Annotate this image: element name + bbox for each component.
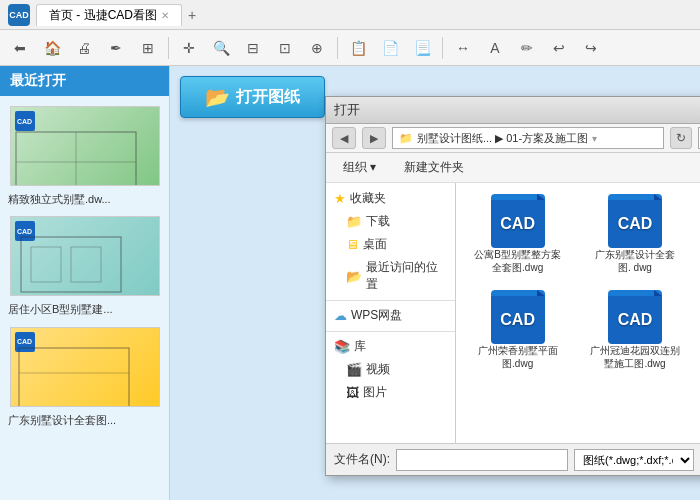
cad-text-0: CAD xyxy=(500,216,535,232)
tree-item-desktop[interactable]: 🖥 桌面 xyxy=(326,233,455,256)
tree-label-recent: 最近访问的位置 xyxy=(366,259,447,293)
file-item-5[interactable]: CAD 海昌花园别墅.dwg xyxy=(697,285,700,375)
file-label-3: 广州荣香别墅平面图.dwg xyxy=(473,344,563,370)
file-label-1: 广东别墅设计全套图. dwg xyxy=(590,248,680,274)
dialog-titlebar: 打开 ✕ xyxy=(326,97,700,124)
toolbar-move-btn[interactable]: ✛ xyxy=(175,34,203,62)
toolbar-fit-btn[interactable]: ⊡ xyxy=(271,34,299,62)
svg-rect-6 xyxy=(19,348,129,406)
toolbar-measure-btn[interactable]: ↔ xyxy=(449,34,477,62)
toolbar-redo-btn[interactable]: ↪ xyxy=(577,34,605,62)
toolbar-home-btn[interactable]: 🏠 xyxy=(38,34,66,62)
folder-icon-desktop: 🖥 xyxy=(346,237,359,252)
file-item-2[interactable]: CAD 广东珠海别墅主楼设计.dwg xyxy=(697,189,700,279)
tree-item-wps[interactable]: ☁ WPS网盘 xyxy=(326,300,455,327)
svg-rect-4 xyxy=(31,247,61,282)
dialog-organize-button[interactable]: 组织 ▾ xyxy=(332,156,387,179)
sidebar-label-2: 居住小区B型别墅建... xyxy=(6,300,163,318)
cad-text-4: CAD xyxy=(618,312,653,328)
toolbar-layer-btn[interactable]: 📋 xyxy=(344,34,372,62)
file-label-4: 广州冠迪花园双连别墅施工图.dwg xyxy=(590,344,680,370)
sidebar-item-2[interactable]: CAD 居住小区B型别墅建... xyxy=(0,212,169,322)
toolbar-sep3 xyxy=(442,37,443,59)
filename-label: 文件名(N): xyxy=(334,451,390,468)
dialog-back-button[interactable]: ◀ xyxy=(332,127,356,149)
tree-label-desktop: 桌面 xyxy=(363,236,387,253)
svg-rect-5 xyxy=(71,247,101,282)
title-bar: CAD 首页 - 迅捷CAD看图 ✕ + xyxy=(0,0,700,30)
filetype-select[interactable]: 图纸(*.dwg;*.dxf;*.d... xyxy=(574,449,694,471)
tree-item-pictures[interactable]: 🖼 图片 xyxy=(326,381,455,404)
toolbar-sep1 xyxy=(168,37,169,59)
thumb-drawing-2 xyxy=(11,217,159,295)
tree-label-downloads: 下载 xyxy=(366,213,390,230)
content-area: 📂 打开图纸 文件夹和分类 选择要预览的 打开 ✕ ◀ ▶ 📁 别墅 xyxy=(170,66,700,500)
thumb-1: CAD xyxy=(10,106,160,186)
tree-label-video: 视频 xyxy=(366,361,390,378)
dialog-footer: 文件名(N): 图纸(*.dwg;*.dxf;*.d... 打开 取消 xyxy=(326,443,700,475)
toolbar-grid-btn[interactable]: ⊞ xyxy=(134,34,162,62)
cad-icon-3: CAD xyxy=(491,290,545,344)
file-item-1[interactable]: CAD 广东别墅设计全套图. dwg xyxy=(579,189,690,279)
toolbar-edit-btn[interactable]: ✏ xyxy=(513,34,541,62)
folder-icon-pictures: 🖼 xyxy=(346,385,359,400)
path-part2: 01-方案及施工图 xyxy=(506,131,588,146)
thumb-drawing-3 xyxy=(11,328,159,406)
toolbar-undo-btn[interactable]: ↩ xyxy=(545,34,573,62)
toolbar-zoom-btn[interactable]: ⊕ xyxy=(303,34,331,62)
tree-item-favorites[interactable]: ★ 收藏夹 xyxy=(326,187,455,210)
tree-label-pictures: 图片 xyxy=(363,384,387,401)
tree-item-downloads[interactable]: 📁 下载 xyxy=(326,210,455,233)
dialog-path-box[interactable]: 📁 别墅设计图纸... ▶ 01-方案及施工图 ▾ xyxy=(392,127,664,149)
toolbar-zoom-in-btn[interactable]: 🔍 xyxy=(207,34,235,62)
path-part1: 别墅设计图纸... xyxy=(417,131,492,146)
app-tab[interactable]: 首页 - 迅捷CAD看图 ✕ xyxy=(36,4,182,26)
dialog-forward-button[interactable]: ▶ xyxy=(362,127,386,149)
dialog-nav-toolbar: ◀ ▶ 📁 别墅设计图纸... ▶ 01-方案及施工图 ▾ ↻ xyxy=(326,124,700,153)
tab-close-icon[interactable]: ✕ xyxy=(161,10,169,21)
tree-item-library[interactable]: 📚 库 xyxy=(326,331,455,358)
main-area: 最近打开 CAD 精致独立式别墅.dw... CAD xyxy=(0,66,700,500)
toolbar-print-btn[interactable]: 🖨 xyxy=(70,34,98,62)
toolbar-doc-btn[interactable]: 📃 xyxy=(408,34,436,62)
file-label-0: 公寓B型别墅整方案全套图.dwg xyxy=(473,248,563,274)
thumb-inner-2: CAD xyxy=(11,217,159,295)
toolbar-text-btn[interactable]: A xyxy=(481,34,509,62)
tab-label: 首页 - 迅捷CAD看图 xyxy=(49,7,157,24)
tree-item-recent[interactable]: 📂 最近访问的位置 xyxy=(326,256,455,296)
sidebar: 最近打开 CAD 精致独立式别墅.dw... CAD xyxy=(0,66,170,500)
sidebar-item-3[interactable]: CAD 广东别墅设计全套图... xyxy=(0,323,169,433)
tree-label-wps: WPS网盘 xyxy=(351,307,402,324)
cad-icon-0: CAD xyxy=(491,194,545,248)
folder-icon-recent: 📂 xyxy=(346,269,362,284)
open-btn-label: 打开图纸 xyxy=(236,87,300,108)
dialog-title: 打开 xyxy=(334,101,360,119)
toolbar-pen-btn[interactable]: ✒ xyxy=(102,34,130,62)
file-item-3[interactable]: CAD 广州荣香别墅平面图.dwg xyxy=(462,285,573,375)
cloud-icon: ☁ xyxy=(334,308,347,323)
sidebar-item-1[interactable]: CAD 精致独立式别墅.dw... xyxy=(0,102,169,212)
toolbar-zoom-out-btn[interactable]: ⊟ xyxy=(239,34,267,62)
dialog-refresh-button[interactable]: ↻ xyxy=(670,127,692,149)
toolbar-layer2-btn[interactable]: 📄 xyxy=(376,34,404,62)
cad-text-3: CAD xyxy=(500,312,535,328)
file-item-0[interactable]: CAD 公寓B型别墅整方案全套图.dwg xyxy=(462,189,573,279)
sidebar-header: 最近打开 xyxy=(0,66,169,96)
cad-icon-4: CAD xyxy=(608,290,662,344)
cad-text-1: CAD xyxy=(618,216,653,232)
tree-item-video[interactable]: 🎬 视频 xyxy=(326,358,455,381)
file-item-4[interactable]: CAD 广州冠迪花园双连别墅施工图.dwg xyxy=(579,285,690,375)
main-toolbar: ⬅ 🏠 🖨 ✒ ⊞ ✛ 🔍 ⊟ ⊡ ⊕ 📋 📄 📃 ↔ A ✏ ↩ ↪ xyxy=(0,30,700,66)
dialog-newfolder-button[interactable]: 新建文件夹 xyxy=(393,156,475,179)
toolbar-sep2 xyxy=(337,37,338,59)
thumb-drawing-1 xyxy=(11,107,159,185)
filename-input[interactable] xyxy=(396,449,568,471)
path-folder-icon: 📁 xyxy=(399,132,413,145)
open-drawing-button[interactable]: 📂 打开图纸 xyxy=(180,76,325,118)
toolbar-back-btn[interactable]: ⬅ xyxy=(6,34,34,62)
new-tab-button[interactable]: + xyxy=(188,7,196,23)
tree-panel: ★ 收藏夹 📁 下载 🖥 桌面 📂 最近访问的位置 xyxy=(326,183,456,443)
app-logo: CAD xyxy=(8,4,30,26)
folder-icon: 📂 xyxy=(205,85,230,109)
tree-label-library: 库 xyxy=(354,338,366,355)
